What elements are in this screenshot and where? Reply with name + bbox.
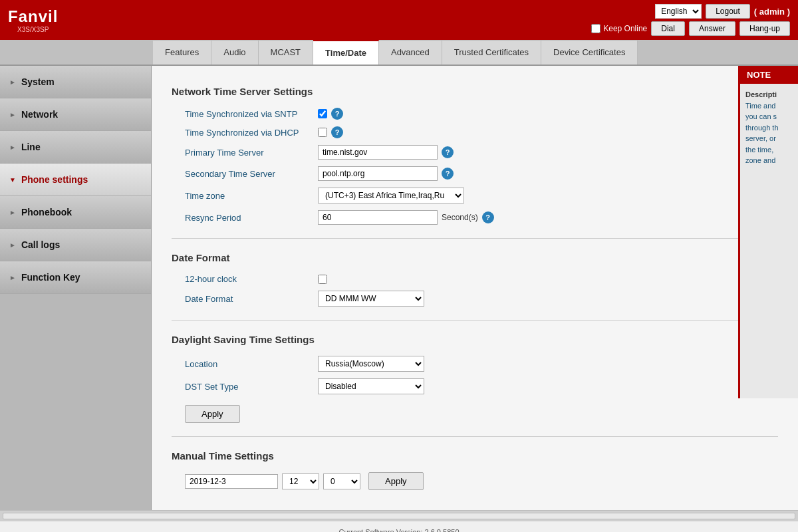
manual-date-input[interactable] [185,474,278,489]
primary-server-control: ? [318,145,454,160]
dhcp-row: Time Synchronized via DHCP ? [172,126,778,138]
manual-section-title: Manual Time Settings [172,450,778,462]
sntp-row: Time Synchronized via SNTP ? [172,108,778,120]
footer-line1: Current Software Version: 2.6.0.5850 [7,528,791,532]
secondary-server-row: Secondary Time Server ? [172,166,778,181]
location-control: Russia(Moscow) [318,356,424,372]
date-format-control: DD MMM WW MM/DD/YY DD/MM/YY YY/MM/DD [318,291,424,307]
dst-type-row: DST Set Type Disabled By Date By Week [172,378,778,394]
scroll-track[interactable] [3,513,795,519]
divider-1 [172,238,778,239]
resync-unit: Second(s) [442,213,478,222]
hangup-button[interactable]: Hang-up [739,21,790,36]
sidebar-item-phone-settings[interactable]: ▼ Phone settings [0,164,151,196]
arrow-icon: ► [9,78,16,86]
note-desc-title: Descripti [745,90,777,98]
header: Fanvil X3S/X3SP English Logout ( admin )… [0,0,798,40]
sidebar-label-call-logs: Call logs [21,239,60,250]
date-format-row: Date Format DD MMM WW MM/DD/YY DD/MM/YY … [172,291,778,307]
footer: Current Software Version: 2.6.0.5850 Fan… [0,521,798,532]
sidebar-item-function-key[interactable]: ► Function Key [0,261,151,294]
sidebar-item-call-logs[interactable]: ► Call logs [0,229,151,261]
sntp-control: ? [318,108,343,120]
secondary-server-help-icon[interactable]: ? [442,168,454,180]
arrow-icon: ► [9,144,16,151]
primary-server-label: Primary Time Server [185,148,318,158]
hour12-row: 12-hour clock [172,274,778,284]
tab-device-certs[interactable]: Device Certificates [541,40,638,65]
resync-help-icon[interactable]: ? [482,211,494,223]
manual-apply-button[interactable]: Apply [368,472,424,490]
dst-apply-row: Apply [172,405,778,423]
hour12-label: 12-hour clock [185,274,318,284]
manual-minute-select[interactable]: 0 [323,473,360,489]
primary-server-row: Primary Time Server ? [172,145,778,160]
sidebar-label-phonebook: Phonebook [21,207,72,217]
hour12-checkbox[interactable] [318,275,327,284]
timezone-select[interactable]: (UTC+3) East Africa Time,Iraq,Ru [318,188,464,203]
keep-online-label: Keep Online [591,24,647,33]
dst-section-title: Daylight Saving Time Settings [172,334,778,345]
location-row: Location Russia(Moscow) [172,356,778,372]
arrow-icon: ► [9,111,16,118]
tab-advanced[interactable]: Advanced [379,40,442,65]
divider-2 [172,320,778,321]
tab-mcast[interactable]: MCAST [259,40,314,65]
divider-3 [172,436,778,437]
date-format-select[interactable]: DD MMM WW MM/DD/YY DD/MM/YY YY/MM/DD [318,291,424,307]
note-body: Descripti Time andyou can sthrough thser… [740,84,798,172]
tab-audio[interactable]: Audio [211,40,258,65]
resync-row: Resync Period Second(s) ? [172,210,778,225]
logo-area: Fanvil X3S/X3SP [8,7,58,33]
logout-button[interactable]: Logout [706,4,750,19]
primary-server-input[interactable] [318,145,438,160]
resync-label: Resync Period [185,213,318,223]
sidebar-label-line: Line [21,142,41,152]
keep-online-checkbox[interactable] [591,24,600,33]
tab-timedate[interactable]: Time/Date [313,40,379,65]
arrow-icon: ▼ [9,176,16,184]
hour12-control [318,275,327,284]
scroll-bar[interactable] [0,510,798,521]
dhcp-checkbox[interactable] [318,128,327,137]
header-right: English Logout ( admin ) Keep Online Dia… [591,4,790,36]
answer-button[interactable]: Answer [689,21,735,36]
logo-text: Fanvil [8,7,58,26]
secondary-server-label: Secondary Time Server [185,169,318,179]
language-select[interactable]: English [655,4,702,19]
header-bottom-row: Keep Online Dial Answer Hang-up [591,21,790,36]
resync-input[interactable] [318,210,438,225]
sntp-checkbox[interactable] [318,109,327,118]
timezone-control: (UTC+3) East Africa Time,Iraq,Ru [318,188,464,203]
sntp-help-icon[interactable]: ? [331,108,343,120]
main-layout: ► System ► Network ► Line ▼ Phone settin… [0,66,798,510]
dial-button[interactable]: Dial [651,21,685,36]
dst-type-control: Disabled By Date By Week [318,378,424,394]
manual-hour-select[interactable]: 12 [282,473,319,489]
header-top-row: English Logout ( admin ) [655,4,790,19]
sidebar-item-line[interactable]: ► Line [0,131,151,164]
dst-apply-button[interactable]: Apply [185,405,240,423]
arrow-icon: ► [9,241,16,249]
dhcp-control: ? [318,126,343,138]
location-select[interactable]: Russia(Moscow) [318,356,424,372]
date-format-section-title: Date Format [172,252,778,263]
sidebar-item-system[interactable]: ► System [0,66,151,98]
logo-sub: X3S/X3SP [17,26,49,33]
dhcp-help-icon[interactable]: ? [331,126,343,138]
date-format-label: Date Format [185,294,318,304]
secondary-server-input[interactable] [318,166,438,181]
primary-server-help-icon[interactable]: ? [442,146,454,158]
dst-type-select[interactable]: Disabled By Date By Week [318,378,424,394]
note-desc-text: Time andyou can sthrough thserver, orthe… [745,102,779,165]
dhcp-label: Time Synchronized via DHCP [185,128,318,138]
content-area: Network Time Server Settings Time Synchr… [152,66,798,510]
sidebar-item-phonebook[interactable]: ► Phonebook [0,196,151,229]
nav-tabs: Features Audio MCAST Time/Date Advanced … [0,40,798,66]
ntp-section-title: Network Time Server Settings [172,86,778,97]
tab-features[interactable]: Features [153,40,211,65]
timezone-label: Time zone [185,191,318,201]
sidebar-label-phone-settings: Phone settings [21,174,88,185]
tab-trusted-certs[interactable]: Trusted Certificates [442,40,541,65]
sidebar-item-network[interactable]: ► Network [0,98,151,131]
